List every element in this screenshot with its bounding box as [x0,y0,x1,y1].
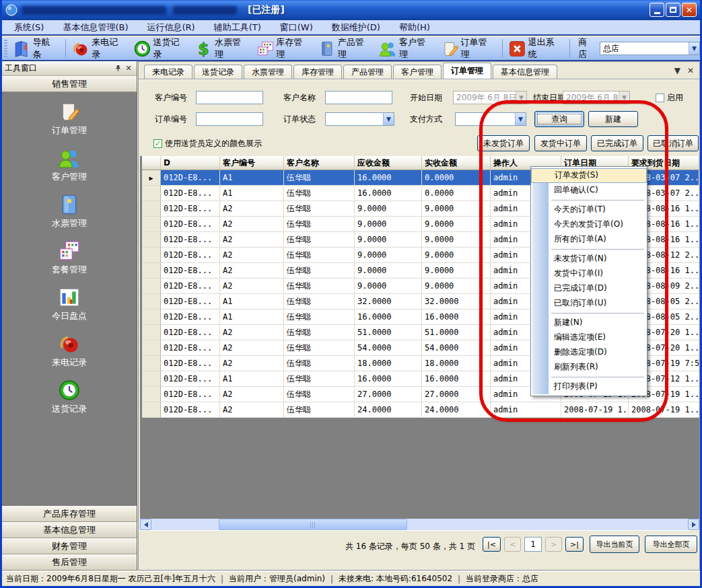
sidebar-item-package[interactable]: 套餐管理 [52,240,87,276]
toolbar-inventory-button[interactable]: 库存管理 [254,35,315,62]
export-current-page-button[interactable]: 导出当前页 [590,536,639,553]
tab[interactable]: 送货记录 [194,65,242,79]
context-menu-item[interactable]: 今天的发货订单(O) [531,217,647,232]
col-customer-name[interactable]: 客户名称 [284,156,355,170]
context-menu-item[interactable]: 今天的订单(T) [531,203,647,217]
context-menu-item[interactable]: 发货中订单(I) [531,266,647,281]
customer-no-input[interactable] [196,91,263,104]
menu-item[interactable]: 数据维护(D) [322,20,390,34]
next-page-button[interactable]: > [545,537,562,552]
end-date-select[interactable]: 2009年 6月 8日 ▼ [563,91,630,104]
row-selector-cell[interactable]: ▶ [142,294,161,309]
row-selector-cell[interactable]: ▶ [142,340,161,356]
toolbar-order-button[interactable]: 订单管理 [438,35,499,62]
tab[interactable]: 基本信息管理 [493,65,557,79]
tab[interactable]: 水票管理 [244,65,292,79]
menu-item[interactable]: 运行信息(R) [137,20,204,34]
sidebar-section-button[interactable]: 售后管理 [2,554,137,571]
tab-list-dropdown-icon[interactable]: ▼ [674,66,680,75]
horizontal-scrollbar[interactable] [140,519,699,530]
sidebar-item-water-ticket[interactable]: 水票管理 [52,193,87,229]
unshipped-orders-button[interactable]: 未发货订单 [477,135,530,151]
sidebar-item-call-log[interactable]: 来电记录 [52,332,87,369]
scrollbar-thumb[interactable] [219,519,407,530]
context-menu-item[interactable]: 回单确认(C) [531,183,647,198]
sidebar-section-sales[interactable]: 销售管理 [2,76,137,92]
context-menu-item[interactable]: 编辑选定项(E) [531,330,647,345]
shop-select[interactable]: 总店 ▼ [600,42,700,55]
completed-orders-button[interactable]: 已完成订单 [591,135,643,151]
menu-item[interactable]: 系统(S) [5,20,53,34]
menu-item[interactable]: 基本信息管理(B) [53,20,137,34]
tab-close-icon[interactable]: ✕ [687,66,694,75]
scroll-left-icon[interactable] [140,519,151,530]
checkbox-check-icon[interactable]: ✓ [153,139,162,148]
menu-item[interactable]: 窗口(W) [271,20,322,34]
sidebar-section-button[interactable]: 财务管理 [2,538,137,554]
first-page-button[interactable]: |< [483,537,501,552]
maximize-button[interactable] [666,3,680,17]
checkbox-box[interactable] [656,94,664,102]
enable-checkbox[interactable]: 启用 [656,91,683,104]
sidebar-item-daily-stock[interactable]: 今日盘点 [52,286,87,322]
pay-method-select[interactable]: ▼ [455,112,526,126]
menu-item[interactable]: 帮助(H) [390,20,440,34]
toolbar-customer-button[interactable]: 客户管理 [376,35,437,62]
toolbar-product-button[interactable]: 产品管理 [315,35,376,62]
menu-item[interactable]: 辅助工具(T) [205,20,271,34]
row-selector-cell[interactable]: ▶ [142,170,161,186]
tab[interactable]: 订单管理 [443,63,491,79]
query-button[interactable]: 查询 [534,111,584,127]
row-selector-cell[interactable]: ▶ [142,186,161,201]
col-customer-no[interactable]: 客户编号 [220,156,284,170]
col-id[interactable]: D [161,156,220,170]
context-menu-item[interactable]: 已取消订单(U) [531,296,647,311]
context-menu-item[interactable]: 所有的订单(A) [531,232,647,247]
context-menu-item[interactable]: 已完成订单(D) [531,281,647,296]
context-menu-item[interactable]: 打印列表(P) [531,379,647,394]
col-received[interactable]: 实收金额 [422,156,491,170]
tab[interactable]: 产品管理 [343,65,392,79]
toolbar-nav-button[interactable]: 导航条 [10,35,63,62]
row-selector-cell[interactable]: ▶ [142,279,161,294]
row-selector-cell[interactable]: ▶ [142,387,161,402]
table-row[interactable]: ▶ 012D-E8... A2 伍华聪 24.0000 24.0000 admi… [142,402,699,418]
col-receivable[interactable]: 应收金额 [355,156,422,170]
toolbar-call-log-button[interactable]: 来电记录 [69,35,130,62]
row-selector-cell[interactable]: ▶ [142,263,161,279]
sidebar-item-customer[interactable]: 客户管理 [52,147,87,183]
row-selector-cell[interactable]: ▶ [142,217,161,232]
export-all-pages-button[interactable]: 导出全部页 [645,536,697,553]
sidebar-section-button[interactable]: 产品库存管理 [2,506,137,522]
customer-name-input[interactable] [325,91,392,104]
sidebar-section-button[interactable]: 基本信息管理 [2,522,137,538]
new-button[interactable]: 新建 [588,111,638,127]
shipping-orders-button[interactable]: 发货中订单 [534,135,587,151]
sidebar-item-order[interactable]: 订单管理 [52,100,87,137]
row-selector-cell[interactable]: ▶ [142,309,161,325]
minimize-button[interactable] [650,3,664,17]
sidebar-item-delivery-log[interactable]: 送货记录 [52,379,87,415]
cancelled-orders-button[interactable]: 已取消订单 [647,135,699,151]
row-selector-cell[interactable]: ▶ [142,325,161,340]
row-selector-cell[interactable]: ▶ [142,371,161,387]
order-status-select[interactable]: ▼ [325,112,394,126]
chevron-down-icon[interactable]: ▼ [515,113,526,125]
color-display-checkbox[interactable]: ✓ 使用送货员定义的颜色展示 [153,137,262,150]
toolbar-exit-button[interactable]: 退出系统 [505,35,567,62]
toolbar-delivery-log-button[interactable]: 送货记录 [131,35,192,62]
context-menu-item[interactable]: 刷新列表(R) [531,360,647,375]
start-date-select[interactable]: 2009年 6月 8日 ▼ [453,91,527,104]
scroll-right-icon[interactable] [688,519,699,530]
last-page-button[interactable]: >| [565,537,584,552]
context-menu-item[interactable]: 删除选定项(D) [531,345,647,360]
order-no-input[interactable] [196,112,263,126]
close-icon[interactable]: ✕ [123,63,134,74]
close-button[interactable]: ✕ [682,3,697,17]
pin-icon[interactable] [112,63,123,74]
row-selector-cell[interactable]: ▶ [142,356,161,371]
chevron-down-icon[interactable]: ▼ [689,42,699,54]
tab[interactable]: 库存管理 [293,65,342,79]
page-number-input[interactable]: 1 [524,537,542,552]
row-selector-cell[interactable]: ▶ [142,232,161,248]
